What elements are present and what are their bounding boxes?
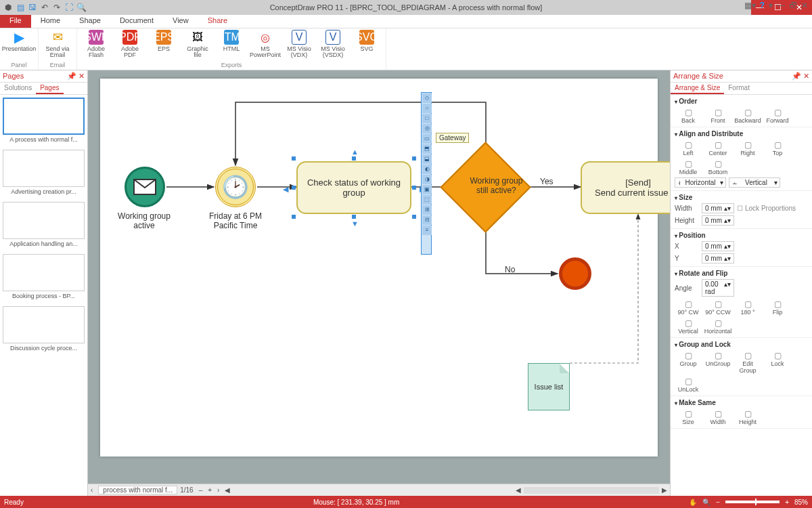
rotate---button[interactable]: ▢180 ° [734, 299, 761, 316]
width-input[interactable]: 0 mm▴▾ [702, 203, 734, 213]
page-thumbnail[interactable]: Advertising creation pr... [3, 150, 85, 195]
page-thumbnail[interactable]: A process with normal f... [3, 98, 85, 143]
hscroll-right[interactable]: ▶ [659, 486, 670, 494]
group-group-button[interactable]: ▢Group [675, 351, 702, 374]
presentation-button[interactable]: ▶ Presentation [4, 30, 34, 52]
page-tab-first[interactable]: ‹ [88, 486, 95, 494]
app-icon[interactable]: ⬢ [3, 2, 14, 13]
tab-document[interactable]: Document [110, 15, 163, 28]
page-tab-next[interactable]: › [215, 486, 222, 494]
send-email-button[interactable]: ✉ Send via Email [43, 30, 72, 59]
export-adobe-pdf-button[interactable]: PDFAdobe PDF [115, 30, 145, 59]
end-event[interactable] [559, 257, 591, 290]
group-edit-group-button[interactable]: ▢Edit Group [734, 351, 761, 374]
search-icon[interactable]: 🔍 [76, 2, 87, 13]
eps-icon: EPS [156, 30, 171, 45]
help-icon[interactable]: ? [760, 1, 765, 10]
maximize-icon[interactable]: ⛶ [64, 2, 74, 13]
pane-minimize-icon[interactable]: — [777, 1, 785, 10]
smart-shape-toolbar[interactable]: ◇○□◎▭⬒⬓◐◑▣⬚⊞⊟≡ [421, 92, 432, 255]
pos-x-input[interactable]: 0 mm▴▾ [702, 241, 734, 251]
zoom-out-button[interactable]: − [716, 499, 720, 506]
format-tab[interactable]: Format [724, 83, 754, 94]
arrange-tab[interactable]: Arrange & Size [671, 83, 724, 94]
zoom-fit-icon[interactable]: 🔍 [702, 499, 710, 506]
pages-tab[interactable]: Pages [36, 83, 63, 94]
same-width-button[interactable]: ▢Width [704, 409, 731, 425]
hscroll[interactable] [524, 487, 659, 494]
new-doc-icon[interactable]: ▤ [15, 2, 26, 13]
dropdown-icon[interactable]: ▾ [769, 1, 773, 10]
export-ms-powerpoint-button[interactable]: ◎MS PowerPoint [250, 30, 280, 59]
pan-hand-icon[interactable]: ✋ [689, 499, 697, 506]
align-middle-button[interactable]: ▢Middle [675, 159, 702, 175]
undo-icon[interactable]: ↶ [39, 2, 50, 13]
align-right-button[interactable]: ▢Right [734, 140, 761, 156]
timer-event[interactable]: 🕑 [215, 167, 256, 207]
page-tab[interactable]: process with normal f... [98, 486, 177, 494]
export-adobe-flash-button[interactable]: SWFAdobe Flash [81, 30, 111, 59]
page-thumbnail-list[interactable]: A process with normal f...Advertising cr… [0, 95, 87, 496]
align-center-button[interactable]: ▢Center [704, 140, 731, 156]
page-tab-minus[interactable]: – [196, 486, 206, 494]
rotate-horizontal-button[interactable]: ▢Horizontal [704, 318, 731, 335]
file-tab[interactable]: File [0, 15, 31, 28]
gateway-still-active[interactable]: Working group still active? [453, 155, 518, 219]
angle-input[interactable]: 0.00 rad▴▾ [702, 279, 734, 297]
page-tab-add[interactable]: + [205, 486, 215, 494]
order-front-button[interactable]: ▢Front [704, 108, 731, 124]
order-forward-button[interactable]: ▢Forward [764, 108, 791, 124]
same-height-button[interactable]: ▢Height [734, 409, 761, 425]
task-send-issue-list[interactable]: [Send] Send current issue list [581, 161, 670, 214]
view-toggle-icon[interactable]: ▦▾ [744, 1, 756, 10]
zoom-level[interactable]: 85% [794, 499, 808, 506]
solutions-tab[interactable]: Solutions [0, 83, 36, 94]
rotate-flip-button[interactable]: ▢Flip [764, 299, 791, 316]
distribute-vertical-combo[interactable]: ⫠Vertical▾ [729, 177, 780, 188]
selection-handles[interactable]: ▲ ▼ ◀ ▶ [294, 158, 414, 217]
group-lock-button[interactable]: ▢Lock [764, 351, 791, 374]
tab-view[interactable]: View [163, 15, 198, 28]
pin-icon[interactable]: 📌 ✕ [67, 72, 85, 81]
page-thumbnail[interactable]: Booking process - BP... [3, 254, 85, 299]
page-thumbnail[interactable]: Application handling an... [3, 202, 85, 247]
page-thumbnail[interactable]: Discussion cycle proce... [3, 306, 85, 352]
align-left-button[interactable]: ▢Left [675, 140, 702, 156]
page-tab-prev2[interactable]: ◀ [222, 486, 233, 494]
tab-shape[interactable]: Shape [70, 15, 110, 28]
height-input[interactable]: 0 mm▴▾ [702, 215, 734, 226]
canvas-viewport[interactable]: Working group active 🕑 Friday at 6 PM Pa… [88, 70, 670, 484]
export-ms-visio-vdx--button[interactable]: VMS Visio (VDX) [284, 30, 314, 59]
distribute-horizontal-combo[interactable]: ⫞Horizontal▾ [675, 177, 726, 188]
redo-icon[interactable]: ↷ [51, 2, 62, 13]
save-icon[interactable]: 🖫 [27, 2, 38, 13]
align-bottom-button[interactable]: ▢Bottom [704, 159, 731, 175]
pane-restore-icon[interactable]: 🗗 [789, 1, 797, 10]
pane-close-icon[interactable]: ✕ [801, 1, 808, 10]
group-unlock-button[interactable]: ▢UnLock [675, 377, 702, 393]
zoom-slider[interactable] [725, 501, 780, 503]
pos-y-input[interactable]: 0 mm▴▾ [702, 253, 734, 263]
tab-share[interactable]: Share [198, 15, 237, 28]
rotate--ccw-button[interactable]: ▢90° CCW [704, 299, 731, 316]
rotate-vertical-button[interactable]: ▢Vertical [675, 318, 702, 335]
tab-home[interactable]: Home [31, 15, 70, 28]
export-html-button[interactable]: HTMLHTML [217, 30, 246, 59]
group-ungroup-button[interactable]: ▢UnGroup [704, 351, 731, 374]
export-eps-button[interactable]: EPSEPS [149, 30, 179, 59]
drawing-page[interactable]: Working group active 🕑 Friday at 6 PM Pa… [100, 79, 658, 457]
export-svg-button[interactable]: SVGSVG [352, 30, 382, 59]
zoom-in-button[interactable]: + [785, 499, 789, 506]
data-object-issue-list[interactable]: Issue list [528, 363, 570, 410]
order-backward-button[interactable]: ▢Backward [734, 108, 761, 124]
start-event[interactable] [125, 167, 165, 207]
same-size-button[interactable]: ▢Size [675, 409, 702, 425]
rotate--cw-button[interactable]: ▢90° CW [675, 299, 702, 316]
hscroll-left[interactable]: ◀ [513, 486, 524, 494]
export-ms-visio-vsdx--button[interactable]: VMS Visio (VSDX) [318, 30, 348, 59]
order-back-button[interactable]: ▢Back [675, 108, 702, 124]
pin-icon[interactable]: 📌 ✕ [792, 72, 809, 81]
export-graphic-file-button[interactable]: 🖼Graphic file [183, 30, 212, 59]
align-top-button[interactable]: ▢Top [764, 140, 791, 156]
lock-proportions-checkbox[interactable]: ☐ Lock Proportions [737, 205, 796, 212]
